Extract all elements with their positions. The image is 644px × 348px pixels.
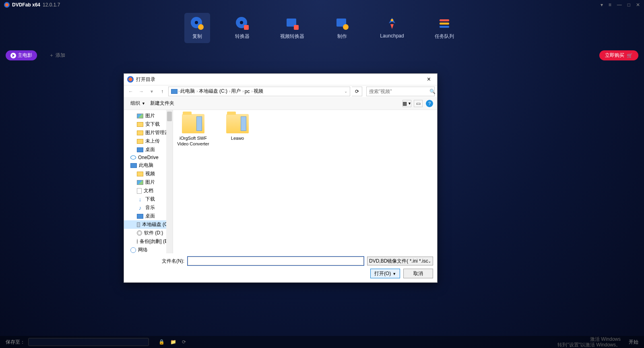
tree-node[interactable]: 桌面 xyxy=(124,145,173,154)
view-mode-icon[interactable]: ▦▼ xyxy=(402,100,411,107)
rocket-icon xyxy=(385,16,399,31)
tree-node[interactable]: 软件 (D:) xyxy=(124,229,173,237)
tree-node-label: 未上传 xyxy=(145,138,160,145)
cancel-button[interactable]: 取消 xyxy=(403,269,433,278)
svg-rect-7 xyxy=(294,25,299,30)
nav-forward-icon[interactable]: → xyxy=(137,87,146,96)
net-icon xyxy=(130,247,136,253)
svg-point-10 xyxy=(391,19,393,21)
maximize-icon[interactable]: □ xyxy=(627,2,630,8)
dialog-navbar: ← → ▾ ↑ › 此电脑› 本地磁盘 (C:)› 用户› pc› 视频 ⌄ ⟳… xyxy=(124,85,437,97)
nav-recent-icon[interactable]: ▾ xyxy=(147,87,156,96)
chevron-down-icon: ⌄ xyxy=(428,259,431,263)
saveto-combo[interactable] xyxy=(28,338,149,346)
nav-video-converter[interactable]: 视频转换器 xyxy=(275,13,310,43)
folder-content[interactable]: iOrgSoft SWF Video ConverterLeawo xyxy=(173,110,437,253)
svg-point-1 xyxy=(195,21,198,24)
pin-icon[interactable]: ▾ xyxy=(601,2,603,8)
tree-node[interactable]: OneDrive xyxy=(124,154,173,161)
tree-node[interactable]: 网络 xyxy=(124,246,173,253)
dialog-app-icon xyxy=(127,76,134,83)
folder-item[interactable]: iOrgSoft SWF Video Converter xyxy=(177,114,209,147)
preview-pane-icon[interactable]: ▭ xyxy=(414,100,423,107)
nav-converter[interactable]: 转换器 xyxy=(229,13,255,43)
nav-video-converter-label: 视频转换器 xyxy=(280,33,304,40)
svg-point-9 xyxy=(343,24,349,30)
tree-node-label: 软件 (D:) xyxy=(144,230,163,236)
search-box[interactable]: 🔍 xyxy=(366,87,435,96)
nav-copy[interactable]: 复制 xyxy=(184,13,210,43)
mode-pill[interactable]: 主电影 xyxy=(6,50,37,60)
breadcrumb-seg: pc› xyxy=(245,89,253,94)
svg-point-4 xyxy=(240,21,243,24)
file-filter-select[interactable]: DVD,BD镜像文件( *.ini *.iso *. ⌄ xyxy=(367,257,433,265)
buy-now-button[interactable]: 立即购买 🛒 xyxy=(599,50,638,60)
tree-node[interactable]: ♪音乐 xyxy=(124,203,173,212)
drive-icon xyxy=(137,222,140,227)
doc-icon xyxy=(137,188,142,194)
tree-node[interactable]: 备份[勿删] (E:) xyxy=(124,237,173,246)
nav-launchpad[interactable]: Launchpad xyxy=(374,13,409,43)
add-button[interactable]: ＋ 添加 xyxy=(49,52,65,59)
tree-node[interactable]: 本地磁盘 (C:) xyxy=(124,220,173,229)
tree-node-label: 网络 xyxy=(138,246,148,253)
tree-node[interactable]: ↓下载 xyxy=(124,195,173,203)
open-button[interactable]: 打开(O)▼ xyxy=(370,269,400,278)
start-button[interactable]: 开始 xyxy=(629,339,638,346)
filename-input[interactable] xyxy=(188,257,364,265)
tree-node[interactable]: 未上传 xyxy=(124,137,173,145)
chevron-down-icon[interactable]: ⌄ xyxy=(344,89,347,93)
folder-icon xyxy=(137,122,143,127)
tree-scrollbar[interactable] xyxy=(166,110,173,253)
refresh-bottom-icon[interactable]: ⟳ xyxy=(182,339,186,345)
close-app-icon[interactable]: ✕ xyxy=(636,2,640,8)
nav-queue[interactable]: 任务队列 xyxy=(429,13,460,43)
breadcrumb-seg: 本地磁盘 (C:)› xyxy=(199,88,231,95)
svg-rect-12 xyxy=(440,23,449,25)
tree-node[interactable]: 图片管理器 xyxy=(124,128,173,137)
new-folder-button[interactable]: 新建文件夹 xyxy=(148,99,177,108)
tree-node[interactable]: 图片 xyxy=(124,112,173,120)
dialog-toolbar: 组织 ▼ 新建文件夹 ▦▼ ▭ ? xyxy=(124,97,437,110)
nav-back-icon[interactable]: ← xyxy=(126,87,135,96)
nav-converter-label: 转换器 xyxy=(235,33,250,40)
converter-icon xyxy=(235,16,250,31)
breadcrumb[interactable]: › 此电脑› 本地磁盘 (C:)› 用户› pc› 视频 ⌄ xyxy=(168,87,350,96)
nav-creator[interactable]: 制作 xyxy=(329,13,355,43)
tree-node[interactable]: 文档 xyxy=(124,186,173,195)
refresh-icon[interactable]: ⟳ xyxy=(352,87,362,96)
dialog-titlebar: 打开目录 × xyxy=(124,74,437,85)
folder-item-label: iOrgSoft SWF Video Converter xyxy=(177,136,209,147)
dialog-close-icon[interactable]: × xyxy=(424,76,434,83)
folder-item-label: Leawo xyxy=(231,136,244,141)
nav-up-icon[interactable]: ↑ xyxy=(158,87,167,96)
tree-node[interactable]: 桌面 xyxy=(124,212,173,220)
tree-node-label: 下载 xyxy=(145,196,155,203)
nav-launchpad-label: Launchpad xyxy=(380,33,404,39)
tree-node[interactable]: 图片 xyxy=(124,178,173,186)
folder-open-icon[interactable]: 📁 xyxy=(170,339,176,345)
mode-pill-label: 主电影 xyxy=(18,52,32,59)
dialog-body: 图片安下载图片管理器未上传桌面OneDrive此电脑视频图片文档↓下载♪音乐桌面… xyxy=(124,110,437,253)
tree-node-label: 图片管理器 xyxy=(145,129,169,136)
svg-rect-13 xyxy=(440,26,449,28)
chevron-icon: › xyxy=(178,89,180,93)
pc-icon xyxy=(130,163,137,168)
tree-node[interactable]: 安下载 xyxy=(124,120,173,128)
tree-node-label: 图片 xyxy=(145,179,155,186)
tree-node[interactable]: 视频 xyxy=(124,170,173,178)
minimize-icon[interactable]: — xyxy=(617,2,622,8)
folder-tree: 图片安下载图片管理器未上传桌面OneDrive此电脑视频图片文档↓下载♪音乐桌面… xyxy=(124,110,173,253)
breadcrumb-seg: 用户› xyxy=(231,88,244,95)
pic-icon xyxy=(137,180,143,185)
search-input[interactable] xyxy=(369,89,429,94)
lock-icon[interactable]: 🔒 xyxy=(159,339,165,345)
creator-icon xyxy=(335,16,349,31)
queue-icon xyxy=(437,16,452,31)
menu-icon[interactable]: ≡ xyxy=(609,2,611,8)
help-icon[interactable]: ? xyxy=(426,100,433,107)
breadcrumb-seg: 此电脑› xyxy=(180,88,198,95)
organize-button[interactable]: 组织 ▼ xyxy=(128,99,148,108)
tree-node[interactable]: 此电脑 xyxy=(124,161,173,170)
folder-item[interactable]: Leawo xyxy=(221,114,254,141)
